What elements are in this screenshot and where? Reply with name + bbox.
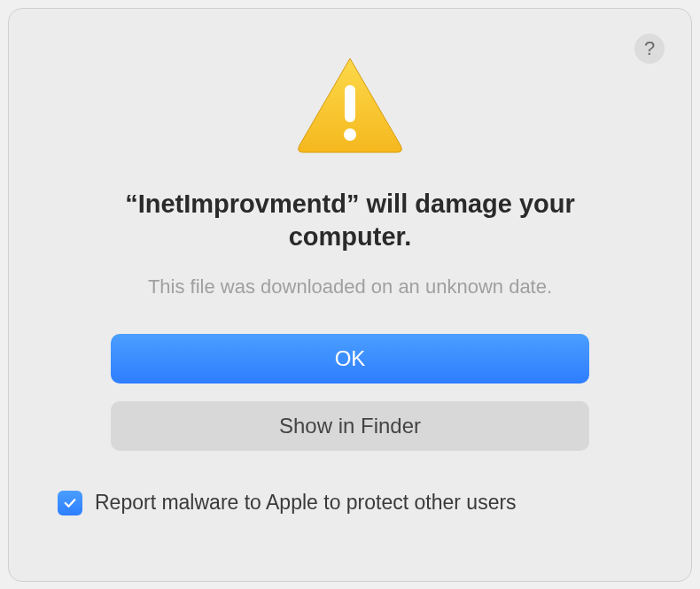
show-in-finder-button-label: Show in Finder <box>279 414 421 438</box>
ok-button[interactable]: OK <box>111 334 589 384</box>
warning-icon <box>292 51 408 161</box>
ok-button-label: OK <box>335 346 366 371</box>
checkmark-icon <box>62 495 78 511</box>
help-button[interactable]: ? <box>634 34 665 64</box>
alert-dialog: ? “InetImprovmentd” will damage your com… <box>8 8 692 582</box>
report-malware-label: Report malware to Apple to protect other… <box>95 491 517 515</box>
svg-point-3 <box>344 128 356 141</box>
dialog-title: “InetImprovmentd” will damage your compu… <box>102 188 598 254</box>
button-group: OK Show in Finder <box>111 334 589 451</box>
show-in-finder-button[interactable]: Show in Finder <box>111 401 589 451</box>
svg-rect-2 <box>345 85 355 122</box>
dialog-subtitle: This file was downloaded on an unknown d… <box>148 275 552 298</box>
help-icon: ? <box>644 37 655 60</box>
report-malware-checkbox[interactable] <box>58 491 82 515</box>
report-malware-row: Report malware to Apple to protect other… <box>58 491 517 515</box>
